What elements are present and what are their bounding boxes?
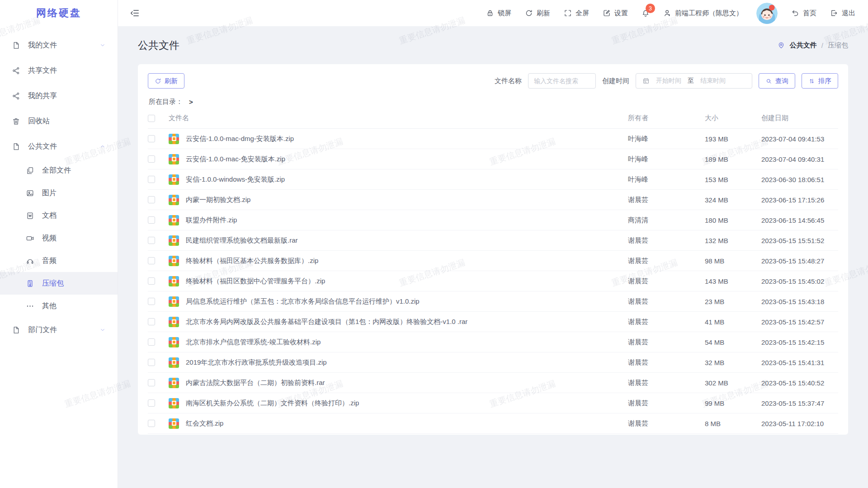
sidebar-item-others[interactable]: 其他 [0, 295, 118, 317]
sidebar-item-department-files[interactable]: 部门文件 [0, 317, 118, 343]
breadcrumb-parent[interactable]: 公共文件 [790, 41, 817, 50]
row-checkbox[interactable] [148, 176, 155, 183]
file-name[interactable]: 内蒙古法院大数据平台（二期）初验前资料.rar [186, 379, 325, 387]
row-checkbox[interactable] [148, 359, 155, 366]
file-date: 2023-05-11 17:02:10 [761, 420, 838, 427]
row-checkbox[interactable] [148, 277, 155, 285]
sidebar-submenu: 全部文件图片文档视频音频压缩包其他 [0, 159, 118, 317]
file-icon [12, 326, 20, 334]
file-name[interactable]: 南海区机关新办公系统（二期）文件资料（终验打印）.zip [186, 399, 359, 408]
row-checkbox[interactable] [148, 399, 155, 407]
home-button[interactable]: 首页 [791, 9, 816, 18]
file-name[interactable]: 云安信-1.0.0-mac-dmg-安装版本.zip [186, 135, 294, 143]
settings-button[interactable]: 设置 [603, 9, 628, 18]
table-row[interactable]: 安信-1.0.0-windows-免安装版.zip叶海峰153 MB2023-0… [148, 169, 838, 190]
directory-root-arrow[interactable]: > [189, 98, 193, 106]
file-size: 153 MB [705, 176, 761, 183]
table-row[interactable]: 联盟办件附件.zip商清清180 MB2023-06-15 14:56:45 [148, 210, 838, 230]
file-name-search-input[interactable] [528, 73, 596, 89]
file-date: 2023-05-15 15:37:47 [761, 399, 838, 407]
file-owner: 谢晨芸 [628, 277, 705, 286]
file-name[interactable]: 局信息系统运行维护（第五包：北京市水务局综合信息平台运行维护）v1.0.zip [186, 297, 420, 306]
refresh-button[interactable]: 刷新 [148, 73, 184, 89]
file-name[interactable]: 北京市排水户信息管理系统-竣工验收材料.zip [186, 338, 321, 347]
table-row[interactable]: 北京市排水户信息管理系统-竣工验收材料.zip谢晨芸54 MB2023-05-1… [148, 332, 838, 352]
date-range-picker[interactable]: 开始时间 至 结束时间 [636, 73, 752, 89]
sidebar-item-label: 图片 [42, 188, 57, 198]
user-avatar[interactable] [756, 3, 778, 24]
sidebar-item-public-files[interactable]: 公共文件 [0, 134, 118, 159]
sidebar-item-audio[interactable]: 音频 [0, 249, 118, 272]
row-checkbox[interactable] [148, 379, 155, 386]
file-name[interactable]: 安信-1.0.0-windows-免安装版.zip [186, 175, 285, 184]
file-name[interactable]: 北京市水务局内网改版及公共服务基础平台建设项目（第1包：内网改版）终验验文档-v… [186, 318, 467, 326]
file-name[interactable]: 民建组织管理系统验收文档最新版.rar [186, 236, 298, 245]
row-checkbox[interactable] [148, 298, 155, 305]
table-row[interactable]: 北京市水务局内网改版及公共服务基础平台建设项目（第1包：内网改版）终验验文档-v… [148, 312, 838, 332]
table-row[interactable]: 云安信-1.0.0-mac-免安装版本.zip叶海峰189 MB2023-07-… [148, 149, 838, 169]
file-name[interactable]: 终验材料（福田区基本公共服务数据库）.zip [186, 257, 318, 265]
row-checkbox[interactable] [148, 216, 155, 224]
row-checkbox[interactable] [148, 338, 155, 346]
sidebar-item-all-files[interactable]: 全部文件 [0, 159, 118, 182]
sidebar-item-documents[interactable]: 文档 [0, 204, 118, 227]
sidebar-item-recycle-bin[interactable]: 回收站 [0, 108, 118, 134]
sidebar-item-archives[interactable]: 压缩包 [0, 272, 118, 295]
zip-file-icon [169, 154, 179, 164]
file-owner: 谢晨芸 [628, 257, 705, 265]
row-checkbox[interactable] [148, 135, 155, 142]
table-row[interactable]: 内蒙一期初验文档.zip谢晨芸324 MB2023-06-15 17:15:26 [148, 190, 838, 210]
zip-file-icon [169, 296, 179, 307]
table-row[interactable]: 红会文档.zip谢晨芸8 MB2023-05-11 17:02:10 [148, 413, 838, 434]
file-name[interactable]: 内蒙一期初验文档.zip [186, 196, 250, 204]
sort-arrows-icon [808, 78, 815, 84]
notifications-button[interactable]: 3 [642, 9, 650, 17]
lock-screen-button[interactable]: 锁屏 [486, 9, 511, 18]
row-checkbox[interactable] [148, 420, 155, 427]
table-row[interactable]: 2019年北京市水行政审批系统升级改造项目.zip谢晨芸32 MB2023-05… [148, 352, 838, 373]
edit-square-icon [603, 9, 611, 17]
date-end-placeholder: 结束时间 [700, 77, 726, 85]
table-row[interactable]: 局信息系统运行维护（第五包：北京市水务局综合信息平台运行维护）v1.0.zip谢… [148, 291, 838, 312]
sidebar-item-my-shares[interactable]: 我的共享 [0, 83, 118, 108]
logout-button[interactable]: 退出 [830, 9, 855, 18]
select-all-checkbox[interactable] [148, 115, 155, 122]
sort-button[interactable]: 排序 [802, 73, 838, 89]
zip-file-icon [169, 215, 179, 225]
file-name[interactable]: 红会文档.zip [186, 419, 223, 428]
dots-icon [26, 302, 34, 310]
chevron-up-icon [99, 143, 106, 150]
sidebar-item-images[interactable]: 图片 [0, 182, 118, 204]
row-checkbox[interactable] [148, 257, 155, 264]
user-menu[interactable]: 前端工程师（陈思文） [663, 9, 743, 18]
query-button[interactable]: 查询 [759, 73, 795, 89]
row-checkbox[interactable] [148, 237, 155, 244]
action-label: 全屏 [576, 9, 589, 18]
sidebar-item-shared-files[interactable]: 共享文件 [0, 58, 118, 83]
file-date: 2023-06-30 18:06:51 [761, 176, 838, 183]
file-name[interactable]: 云安信-1.0.0-mac-免安装版本.zip [186, 155, 285, 164]
file-name[interactable]: 联盟办件附件.zip [186, 216, 237, 225]
row-checkbox[interactable] [148, 196, 155, 203]
file-size: 324 MB [705, 196, 761, 204]
file-date: 2023-05-15 15:48:27 [761, 257, 838, 265]
table-row[interactable]: 南海区机关新办公系统（二期）文件资料（终验打印）.zip谢晨芸99 MB2023… [148, 393, 838, 413]
refresh-page-button[interactable]: 刷新 [525, 9, 550, 18]
sidebar-item-my-files[interactable]: 我的文件 [0, 33, 118, 58]
fullscreen-button[interactable]: 全屏 [564, 9, 589, 18]
sidebar-item-videos[interactable]: 视频 [0, 227, 118, 249]
video-icon [26, 234, 34, 243]
file-name[interactable]: 2019年北京市水行政审批系统升级改造项目.zip [186, 358, 327, 367]
table-row[interactable]: 终验材料（福田区数据中心管理服务平台）.zip谢晨芸143 MB2023-05-… [148, 271, 838, 291]
file-name[interactable]: 终验材料（福田区数据中心管理服务平台）.zip [186, 277, 325, 286]
sidebar-item-label: 我的文件 [28, 41, 57, 50]
table-row[interactable]: 云安信-1.0.0-mac-dmg-安装版本.zip叶海峰193 MB2023-… [148, 129, 838, 149]
table-row[interactable]: 民建组织管理系统验收文档最新版.rar谢晨芸132 MB2023-05-15 1… [148, 230, 838, 251]
file-size: 32 MB [705, 359, 761, 366]
table-row[interactable]: 终验材料（福田区基本公共服务数据库）.zip谢晨芸98 MB2023-05-15… [148, 251, 838, 271]
row-checkbox[interactable] [148, 318, 155, 325]
row-checkbox[interactable] [148, 155, 155, 163]
table-row[interactable]: 内蒙古法院大数据平台（二期）初验前资料.rar谢晨芸302 MB2023-05-… [148, 373, 838, 393]
column-owner: 所有者 [628, 114, 705, 122]
menu-fold-icon[interactable] [130, 8, 140, 18]
